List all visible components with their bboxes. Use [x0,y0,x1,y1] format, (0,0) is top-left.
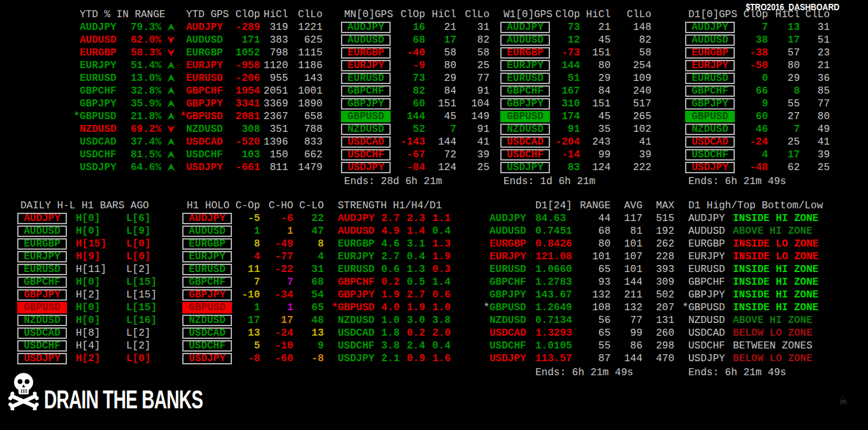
pair-box-EURGBP[interactable]: EURGBP [500,47,550,59]
pair-box-cell: EURGBP [341,47,392,59]
pair-box-EURUSD[interactable]: EURUSD [182,264,232,275]
pair-box-AUDUSD[interactable]: AUDUSD [17,226,67,237]
pair-box-EURJPY[interactable]: EURJPY [182,251,232,262]
pair-box-AUDJPY[interactable]: AUDJPY [500,22,550,33]
value-cell: 1396 [260,136,288,148]
pair-box-AUDUSD[interactable]: AUDUSD [341,34,391,46]
pair-box-USDCHF[interactable]: USDCHF [500,149,550,161]
pair-box-NZDUSD[interactable]: NZDUSD [17,315,67,326]
pair-box-EURGBP[interactable]: EURGBP [685,47,735,59]
column-header: HiCl [768,8,800,21]
pair-box-GBPUSD[interactable]: GBPUSD [182,302,232,313]
value-cell: 1001 [288,85,322,97]
pair-box-GBPCHF[interactable]: GBPCHF [182,276,232,288]
pair-box-USDJPY[interactable]: USDJPY [341,162,391,173]
pair-box-cell: EURUSD [341,73,392,84]
pair-box-USDCHF[interactable]: USDCHF [685,149,735,161]
value-cell: 0.2 [400,327,425,339]
pair-box-GBPUSD[interactable]: GBPUSD [17,302,67,313]
pair-box-GBPCHF[interactable]: GBPCHF [341,85,391,97]
pair-row: EURJPY-95811201186 [178,59,322,72]
pair-box-USDCAD[interactable]: USDCAD [685,136,735,148]
pair-box-cell: AUDUSD [685,34,736,46]
pair-box-EURUSD[interactable]: EURUSD [341,73,391,84]
pair-box-EURGBP[interactable]: EURGBP [17,238,67,250]
pair-box-GBPJPY[interactable]: GBPJPY [685,98,735,110]
pair-box-USDJPY[interactable]: USDJPY [17,353,67,364]
pair-box-cell: USDJPY [182,353,233,364]
trend-up-icon [161,149,180,161]
pair-box-GBPUSD[interactable]: GBPUSD [341,111,391,122]
column-header: ClLo [456,8,489,21]
pair-box-EURUSD[interactable]: EURUSD [17,264,67,275]
value-cell: 25 [768,136,800,148]
pair-box-USDJPY[interactable]: USDJPY [182,353,232,364]
pair-box-USDCHF[interactable]: USDCHF [182,340,232,352]
pair-box-USDJPY[interactable]: USDJPY [500,162,550,173]
value-cell: 131 [642,315,674,326]
pair-box-cell: GBPCHF [182,276,233,288]
value-cell: 1 [260,302,293,313]
pair-box-AUDUSD[interactable]: AUDUSD [685,34,735,46]
pair-box-GBPJPY[interactable]: GBPJPY [17,289,67,301]
value-cell: 103 [227,149,260,161]
pair-box-USDCAD[interactable]: USDCAD [341,136,391,148]
pair-box-AUDUSD[interactable]: AUDUSD [182,226,232,237]
pair-box-EURUSD[interactable]: EURUSD [500,73,550,84]
pair-box-GBPCHF[interactable]: GBPCHF [685,85,735,97]
pair-box-NZDUSD[interactable]: NZDUSD [182,315,232,326]
pair-box-USDJPY[interactable]: USDJPY [685,162,735,173]
value-cell: 383 [260,34,288,46]
pair-box-NZDUSD[interactable]: NZDUSD [341,124,391,135]
value-cell: 1.2649 [529,302,580,313]
value-cell: 265 [611,111,651,122]
pair-box-EURJPY[interactable]: EURJPY [17,251,67,262]
pair-box-USDCHF[interactable]: USDCHF [341,149,391,161]
table-header-label: D1 High/Top Bottom/Low [682,199,823,212]
pair-row: EURGBP-405858 [341,47,489,59]
value-cell: -84 [392,162,425,173]
pair-box-GBPCHF[interactable]: GBPCHF [500,85,550,97]
pair-box-GBPJPY[interactable]: GBPJPY [182,289,232,301]
value-cell: ABOVE HI ZONE [728,315,830,326]
value-cell: 2.3 [400,213,425,224]
pair-box-NZDUSD[interactable]: NZDUSD [500,124,550,135]
pair-box-EURGBP[interactable]: EURGBP [182,238,232,250]
pair-box-AUDJPY[interactable]: AUDJPY [341,22,391,33]
pair-box-AUDJPY[interactable]: AUDJPY [182,213,232,224]
pair-box-GBPUSD[interactable]: GBPUSD [500,111,550,122]
value-cell: 21.8% [119,111,161,122]
pair-box-EURUSD[interactable]: EURUSD [685,73,735,84]
pair-box-USDCAD[interactable]: USDCAD [17,327,67,339]
value-cell: 310 [551,98,580,110]
pair-box-EURGBP[interactable]: EURGBP [341,47,391,59]
value-cell: 29 [768,73,800,84]
pair-box-GBPJPY[interactable]: GBPJPY [500,98,550,110]
pair-box-AUDJPY[interactable]: AUDJPY [685,22,735,33]
pair-box-cell: GBPJPY [685,98,736,110]
value-cell: 13 [233,327,260,339]
value-cell: 228 [642,251,674,262]
pair-box-EURJPY[interactable]: EURJPY [500,60,550,71]
pair-row: EURUSDH[11]L[2] [17,263,158,276]
pair-box-cell: NZDUSD [17,315,68,326]
pair-box-NZDUSD[interactable]: NZDUSD [685,124,735,135]
pair-box-EURJPY[interactable]: EURJPY [341,60,391,71]
pair-box-GBPCHF[interactable]: GBPCHF [17,276,67,288]
pair-box-USDCHF[interactable]: USDCHF [17,340,67,352]
pair-box-AUDJPY[interactable]: AUDJPY [17,213,67,224]
pair-box-GBPJPY[interactable]: GBPJPY [341,98,391,110]
trend-up-icon [161,98,180,110]
pair-box-cell: USDJPY [685,162,736,173]
value-cell: 85 [800,85,830,97]
pair-box-AUDUSD[interactable]: AUDUSD [500,34,550,46]
value-cell: 1 [260,226,293,237]
column-header: YTD GPS [178,8,227,21]
pair-box-GBPUSD[interactable]: GBPUSD [685,111,735,122]
pair-row: EURUSD732977 [341,72,489,85]
pair-box-USDCAD[interactable]: USDCAD [500,136,550,148]
value-cell: 2.4 [400,340,425,352]
pair-box-EURJPY[interactable]: EURJPY [685,60,735,71]
pair-box-USDCAD[interactable]: USDCAD [182,327,232,339]
value-cell: 54 [293,289,324,301]
